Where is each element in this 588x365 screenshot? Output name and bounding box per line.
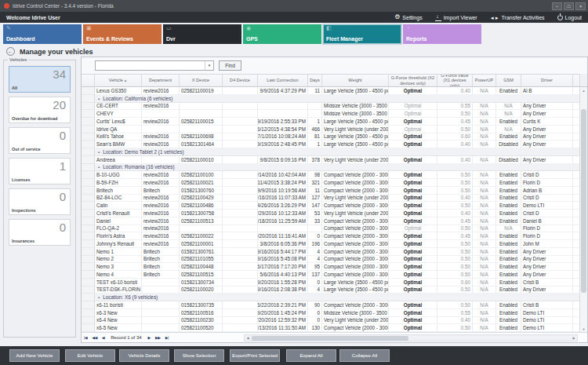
column-header-gforce_value[interactable]: G-Force value (X1 devices only)	[437, 74, 473, 87]
vehicles-filter-inspections[interactable]: 0Inspections	[9, 188, 71, 215]
table-row[interactable]: TEST-DSK-FLORIN0258211000209/16/2016 2:0…	[82, 287, 581, 294]
table-row[interactable]: Nemo 1Briltech0158213007619/16/2016 5:44…	[82, 248, 581, 256]
next-page-button[interactable]: ▶▶	[153, 335, 163, 340]
cell-d4device	[223, 309, 258, 317]
search-combobox[interactable]: ▾	[95, 60, 214, 71]
table-row[interactable]: CHEVYMidsize Vehicle (3000 - 3500 pounds…	[82, 110, 581, 118]
table-row[interactable]: Cristi's Renaultreview20160158213007587/…	[82, 210, 581, 217]
cell-d4device	[223, 232, 258, 240]
collapse-group-icon[interactable]: ▴	[98, 150, 100, 154]
transfer-activities-button[interactable]: Transfer Activities	[490, 15, 545, 20]
table-row[interactable]: x6-5 New0258211005205/13/2016 11:31:50 A…	[82, 324, 581, 332]
tab-events-reviews[interactable]: ▣Events & Reviews	[83, 24, 162, 44]
title-bar: Idrive Control Center - 3.4.4 version - …	[0, 0, 588, 12]
table-row[interactable]: Curtis' Lexu$review20160258211000159/19/…	[82, 118, 581, 126]
tab-dashboard[interactable]: ✎Dashboard	[3, 24, 82, 44]
vertical-scrollbar[interactable]: ▲ ▼	[579, 87, 587, 334]
show-selection-button[interactable]: Show Selection	[174, 349, 224, 362]
column-chooser-corner[interactable]	[579, 74, 587, 87]
scroll-right-icon[interactable]: ▶	[571, 335, 577, 341]
window-minimize-button[interactable]: –	[552, 2, 562, 10]
table-row[interactable]: Andreea0258211000109/8/2015 6:09:16 PM37…	[82, 156, 581, 164]
collapse-all-button[interactable]: Collapse All	[339, 349, 390, 362]
cell-driver: Any Driver	[521, 141, 573, 148]
first-record-button[interactable]: |◀	[82, 335, 89, 340]
table-row[interactable]: Johnny's Renaultreview20160258211000013/…	[82, 240, 581, 248]
table-row[interactable]: TEST x6-10 boristi0158213007349/20/2016 …	[82, 279, 581, 287]
horizontal-scrollbar[interactable]: ◀ ▶	[244, 334, 578, 341]
table-row[interactable]: Lexus GS350review20160258211000199/9/201…	[82, 87, 581, 95]
table-row[interactable]: Danielreview20160258211005139/18/2016 11…	[82, 217, 581, 225]
add-new-vehicle-button[interactable]: Add New Vehicle	[9, 349, 60, 362]
tab-reports[interactable]: ◔Reports	[403, 24, 481, 44]
edit-vehicle-button[interactable]: Edit Vehicle	[65, 349, 115, 362]
table-row[interactable]: x6-11 boristi0158213007356/22/2016 2:39:…	[82, 301, 581, 309]
collapse-group-icon[interactable]: ▴	[98, 97, 100, 100]
table-row[interactable]: B-10-UGGreview20160258211001006/14/2016 …	[82, 171, 581, 179]
collapse-group-icon[interactable]: ▴	[98, 165, 100, 169]
column-header-gforce_threshold[interactable]: G-Force threshold (X2 devices only)	[389, 74, 437, 87]
cell-gforce_value: 0.60	[437, 133, 473, 141]
chevron-down-icon[interactable]: ▾	[205, 61, 213, 70]
import-viewer-button[interactable]: Import Viewer	[435, 14, 477, 21]
prev-record-button[interactable]: ◀	[100, 335, 107, 340]
table-row[interactable]: FLO-QA-2review2016Compact Vehicle (2000 …	[82, 225, 581, 233]
window-maximize-button[interactable]: □	[564, 2, 574, 10]
cell-d4device	[223, 324, 258, 332]
group-row[interactable]: ▴Location: Romania (16 vehicles)	[82, 164, 581, 172]
table-row[interactable]: Florin's Astrareview20160258211000229/20…	[82, 232, 581, 240]
table-row[interactable]: Nemo 2Briltech0258211010559/16/2016 5:45…	[82, 256, 581, 264]
column-header-weight[interactable]: Weight	[322, 74, 389, 87]
group-row[interactable]: ▴Location: X6 (9 vehicles)	[82, 294, 581, 301]
column-header-days[interactable]: Days	[308, 74, 322, 87]
column-header-d4device[interactable]: D4 Device	[223, 74, 258, 87]
search-input[interactable]	[96, 62, 205, 69]
table-row[interactable]: B-59-FZHreview201602582110002111/4/2015 …	[82, 179, 581, 187]
scroll-left-icon[interactable]: ◀	[245, 335, 251, 341]
column-header-powerup[interactable]: PowerUP	[473, 74, 496, 87]
column-header-department[interactable]: Department	[142, 74, 180, 87]
logout-button[interactable]: Logout	[557, 15, 582, 20]
column-header-xdevice[interactable]: X Device	[180, 74, 223, 87]
scroll-up-icon[interactable]: ▲	[580, 87, 587, 95]
table-row[interactable]: BZ-84-LOCreview20160258211004295/16/2016…	[82, 195, 581, 203]
horizontal-scroll-thumb[interactable]	[252, 336, 408, 341]
table-row[interactable]: Calinreview20160258211004864/26/2016 3:2…	[82, 202, 581, 210]
export-print-selected-button[interactable]: Export/Print Selected	[230, 349, 280, 362]
table-row[interactable]: Kelli's Tahoereview20160258211006987/1/2…	[82, 133, 581, 141]
column-header-vehicle[interactable]: Vehicle▲	[95, 74, 142, 87]
cell-driver: Any Driver	[521, 156, 573, 164]
find-button[interactable]: Find	[219, 60, 241, 71]
vehicles-filter-all[interactable]: 34All	[9, 66, 71, 93]
table-row[interactable]: CE-CERTreview2016Midsize Vehicle (3000 -…	[82, 103, 581, 111]
column-header-gsm[interactable]: GSM	[496, 74, 521, 87]
table-row[interactable]: Sean's BMWreview20160158213014649/19/201…	[82, 141, 581, 148]
back-button[interactable]: ←	[6, 47, 15, 56]
table-row[interactable]: x6-4 New0258211002309/20/2016 12:59:32 P…	[82, 317, 581, 325]
vehicle-details-button[interactable]: Vehicle Details	[119, 349, 169, 362]
vehicles-filter-out-of-service[interactable]: 0Out of service	[9, 127, 71, 154]
table-row[interactable]: x6-3 New0258211005169/20/2016 1:45:24 PM…	[82, 309, 581, 317]
last-record-button[interactable]: ▶|	[163, 335, 171, 340]
table-row[interactable]: Idrive QA6/12/2015 4:38:54 PM466Very Lig…	[82, 126, 581, 133]
table-row[interactable]: Nemo 3Briltech0258211004486/17/2016 7:17…	[82, 263, 581, 271]
column-header-last_connection[interactable]: Last Connection	[258, 74, 308, 87]
tab-dvr[interactable]: ▭Dvr	[163, 24, 241, 44]
column-header-driver[interactable]: Driver	[521, 74, 573, 87]
tab-gps[interactable]: ◉GPS	[243, 24, 321, 44]
tab-fleet-manager[interactable]: ◧Fleet Manager	[323, 24, 401, 44]
vehicles-filter-licenses[interactable]: 1Licenses	[9, 158, 71, 184]
next-record-button[interactable]: ▶	[146, 335, 153, 340]
collapse-group-icon[interactable]: ▴	[98, 295, 100, 299]
table-row[interactable]: Nemo 4Briltech0258211005155/6/2016 4:40:…	[82, 271, 581, 279]
prev-page-button[interactable]: ◀◀	[89, 335, 100, 340]
window-close-button[interactable]: ×	[575, 2, 586, 10]
settings-button[interactable]: Settings	[394, 14, 422, 20]
group-row[interactable]: ▴Location: California (6 vehicles)	[82, 95, 581, 103]
table-row[interactable]: BriltechBriltech0158213007609/9/2016 10:…	[82, 187, 581, 195]
vehicles-filter-overdue-for-download[interactable]: 20Overdue for download	[9, 97, 71, 123]
vertical-scroll-thumb[interactable]	[581, 109, 586, 293]
expand-all-button[interactable]: Expand All	[286, 349, 336, 362]
vehicles-filter-insurances[interactable]: 0Insurances	[9, 219, 71, 246]
group-row[interactable]: ▴Location: Demo Tablet 2 (1 vehicles)	[82, 148, 581, 156]
